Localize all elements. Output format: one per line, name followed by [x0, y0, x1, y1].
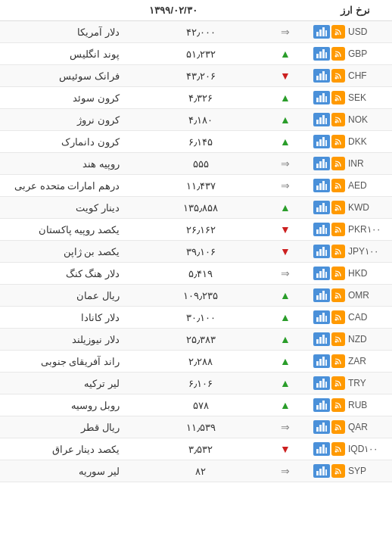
rss-icon[interactable] — [331, 267, 345, 280]
chart-icon[interactable] — [313, 267, 330, 280]
svg-rect-19 — [325, 96, 327, 102]
svg-point-25 — [335, 143, 338, 145]
rss-icon[interactable] — [331, 398, 345, 412]
table-row: DKK ▲ ۶٫۱۴۵ کرون دانمارک — [0, 131, 392, 153]
svg-point-100 — [335, 472, 338, 475]
rss-icon[interactable] — [331, 47, 345, 61]
action-icons — [294, 223, 345, 236]
currency-price: ۵٫۴۱۹ — [124, 268, 277, 279]
svg-rect-3 — [322, 27, 325, 36]
chart-icon[interactable] — [313, 376, 330, 390]
svg-rect-93 — [322, 422, 325, 432]
trend-arrow: ▲ — [277, 333, 294, 345]
rss-icon[interactable] — [331, 420, 345, 434]
table-row: TRY ▲ ۶٫۱۰۶ لیر ترکیه — [0, 373, 392, 394]
svg-rect-83 — [322, 379, 325, 388]
rss-icon[interactable] — [331, 25, 345, 39]
chart-icon[interactable] — [313, 25, 330, 39]
rss-icon[interactable] — [331, 245, 345, 258]
svg-rect-43 — [322, 203, 325, 212]
svg-rect-61 — [316, 295, 319, 300]
rss-icon[interactable] — [331, 310, 345, 324]
currency-name: لیر ترکیه — [3, 378, 124, 389]
rss-icon[interactable] — [331, 69, 345, 83]
svg-rect-57 — [319, 271, 322, 278]
svg-rect-98 — [322, 444, 325, 454]
chart-icon[interactable] — [313, 47, 330, 61]
rss-icon[interactable] — [331, 376, 345, 390]
action-icons — [294, 332, 345, 346]
svg-rect-33 — [322, 159, 325, 168]
chart-icon[interactable] — [313, 135, 330, 148]
trend-arrow: ▼ — [277, 443, 294, 455]
trend-arrow: ▲ — [277, 201, 294, 214]
rss-icon[interactable] — [331, 442, 345, 456]
svg-rect-46 — [316, 229, 319, 234]
currency-name: روبل روسیه — [3, 400, 124, 411]
svg-rect-39 — [325, 184, 327, 190]
svg-rect-38 — [322, 181, 325, 190]
rss-icon[interactable] — [331, 157, 345, 170]
action-icons — [294, 288, 345, 302]
table-row: SEK ▲ ۴٫۳۲۶ کرون سوئد — [0, 87, 392, 109]
svg-rect-97 — [319, 447, 322, 454]
chart-icon[interactable] — [313, 245, 330, 258]
rss-icon[interactable] — [331, 135, 345, 148]
chart-icon[interactable] — [313, 201, 330, 214]
chart-icon[interactable] — [313, 310, 330, 324]
action-icons — [294, 310, 345, 324]
chart-icon[interactable] — [313, 442, 330, 456]
rss-icon[interactable] — [331, 354, 345, 368]
chart-icon[interactable] — [313, 398, 330, 412]
chart-icon[interactable] — [313, 223, 330, 236]
action-icons — [294, 376, 345, 390]
rss-icon[interactable] — [331, 223, 345, 236]
svg-rect-29 — [325, 140, 327, 146]
rss-icon[interactable] — [331, 113, 345, 126]
currency-name: روپیه هند — [3, 158, 124, 170]
currency-code: CAD — [345, 312, 389, 323]
currency-price: ۲۶٫۱۶۲ — [124, 224, 277, 235]
rss-icon[interactable] — [331, 464, 345, 478]
svg-rect-11 — [316, 76, 319, 80]
rss-icon[interactable] — [331, 288, 345, 302]
action-icons — [294, 245, 345, 258]
currency-code: JPY۱۰۰ — [345, 246, 389, 257]
chart-icon[interactable] — [313, 420, 330, 434]
svg-rect-87 — [319, 403, 322, 410]
chart-icon[interactable] — [313, 91, 330, 104]
rss-icon[interactable] — [331, 332, 345, 346]
chart-icon[interactable] — [313, 332, 330, 346]
chart-icon[interactable] — [313, 157, 330, 170]
chart-icon[interactable] — [313, 113, 330, 126]
svg-rect-89 — [325, 404, 327, 410]
action-icons — [294, 69, 345, 83]
svg-rect-18 — [322, 93, 325, 102]
svg-rect-24 — [325, 118, 327, 124]
trend-arrow: ▲ — [277, 399, 294, 411]
chart-icon[interactable] — [313, 179, 330, 192]
action-icons — [294, 47, 345, 61]
action-icons — [294, 420, 345, 434]
chart-icon[interactable] — [313, 354, 330, 368]
rss-icon[interactable] — [331, 201, 345, 214]
currency-name: ریال عمان — [3, 290, 124, 301]
svg-rect-13 — [322, 71, 325, 80]
svg-rect-74 — [325, 338, 327, 344]
chart-icon[interactable] — [313, 464, 330, 478]
currency-code: IQD۱۰۰ — [345, 444, 389, 454]
svg-point-40 — [335, 209, 338, 211]
rss-icon[interactable] — [331, 179, 345, 192]
svg-rect-17 — [319, 95, 322, 102]
currency-price: ۵۵۵ — [124, 158, 277, 170]
currency-price: ۵۷۸ — [124, 400, 277, 411]
svg-rect-37 — [319, 183, 322, 190]
svg-point-45 — [335, 231, 338, 233]
chart-icon[interactable] — [313, 288, 330, 302]
svg-rect-6 — [316, 54, 319, 58]
rss-icon[interactable] — [331, 91, 345, 104]
svg-rect-102 — [319, 469, 322, 475]
currency-price: ۴٫۱۸۰ — [124, 114, 277, 126]
chart-icon[interactable] — [313, 69, 330, 83]
currency-price: ۵۱٫۲۳۲ — [124, 48, 277, 60]
